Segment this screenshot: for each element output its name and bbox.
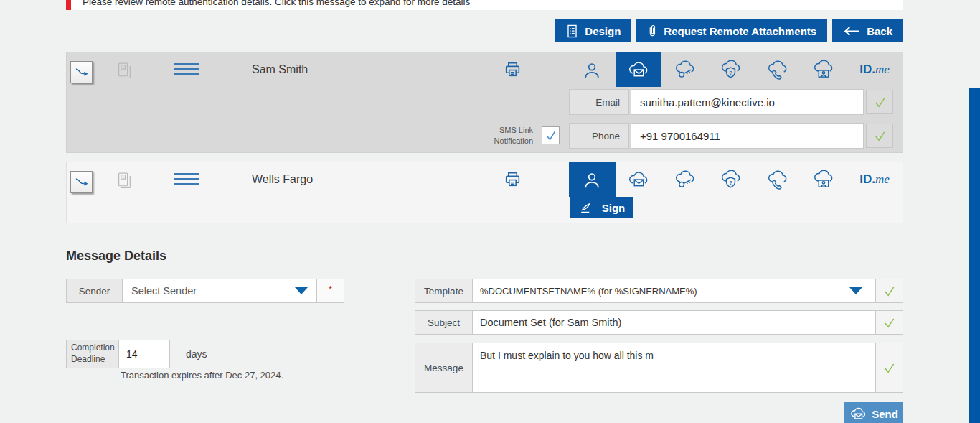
template-select-dropdown[interactable]: %DOCUMENTSETNAME% (for %SIGNERNAME%) xyxy=(473,279,875,302)
template-select-value: %DOCUMENTSETNAME% (for %SIGNERNAME%) xyxy=(480,286,697,297)
phone-row: SMS Link Notification Phone xyxy=(67,123,903,149)
merge-order-button[interactable] xyxy=(70,61,93,83)
sender-required-marker: * xyxy=(316,279,344,302)
chevron-down-icon xyxy=(295,287,308,294)
subject-label: Subject xyxy=(415,311,473,334)
completion-deadline-input[interactable] xyxy=(118,340,170,368)
auth-phone-icon[interactable] xyxy=(754,162,801,197)
checkmark-icon xyxy=(882,361,896,375)
alert-banner[interactable]: Please review remote authentication deta… xyxy=(66,0,903,10)
sender-field-row: Sender Select Sender * xyxy=(66,279,344,303)
message-textarea[interactable]: But I must explain to you how all this m xyxy=(473,343,875,392)
reorder-menu-icon[interactable] xyxy=(174,63,199,79)
signer-card-wells-fargo: 1 Wells Fargo xyxy=(66,162,903,223)
auth-idme-logo[interactable]: ID.me xyxy=(847,52,903,87)
top-action-bar: Design Request Remote Attachments Back xyxy=(66,19,903,42)
svg-text:1: 1 xyxy=(122,175,125,180)
auth-remote-email-icon[interactable] xyxy=(616,52,662,87)
auth-phone-icon[interactable] xyxy=(754,52,801,87)
message-valid-check xyxy=(875,343,903,392)
merge-order-button[interactable] xyxy=(70,171,93,193)
phone-input[interactable] xyxy=(631,123,864,149)
back-button-label: Back xyxy=(867,25,892,37)
phone-label: Phone xyxy=(569,123,629,149)
subject-field-row: Subject xyxy=(415,310,903,335)
sender-select-value: Select Sender xyxy=(131,285,197,297)
design-document-icon xyxy=(566,24,578,39)
print-icon[interactable] xyxy=(503,169,522,189)
svg-text:?: ? xyxy=(729,69,732,75)
auth-video-id-icon[interactable] xyxy=(801,162,847,197)
design-button-label: Design xyxy=(585,25,621,37)
sign-button[interactable]: Sign xyxy=(570,197,633,218)
template-field-row: Template %DOCUMENTSETNAME% (for %SIGNERN… xyxy=(415,279,903,303)
auth-access-code-icon[interactable] xyxy=(661,162,708,197)
page: Please review remote authentication deta… xyxy=(0,0,980,423)
sign-button-label: Sign xyxy=(602,202,626,214)
alert-accent-bar xyxy=(66,0,71,10)
document-count-icon[interactable]: 1 xyxy=(116,169,133,190)
quill-pen-icon xyxy=(579,201,596,215)
request-remote-attachments-label: Request Remote Attachments xyxy=(664,25,816,37)
signer-card-sam-smith: 1 Sam Smith xyxy=(66,52,903,153)
signer-name: Wells Fargo xyxy=(252,162,313,197)
auth-security-question-icon[interactable]: ? xyxy=(708,162,755,197)
signer-name: Sam Smith xyxy=(252,52,308,87)
svg-text:1: 1 xyxy=(122,65,125,70)
auth-security-question-icon[interactable]: ? xyxy=(708,52,755,87)
completion-deadline-label: Completion Deadline xyxy=(66,340,119,368)
scrollbar-track[interactable] xyxy=(969,88,980,423)
sms-link-notification-checkbox[interactable] xyxy=(542,126,560,144)
checkmark-icon xyxy=(882,284,896,298)
message-details-title: Message Details xyxy=(66,248,166,264)
sms-link-notification-label: SMS Link Notification xyxy=(479,125,533,147)
reorder-menu-icon[interactable] xyxy=(174,173,199,189)
print-icon[interactable] xyxy=(503,60,522,79)
svg-text:?: ? xyxy=(729,179,732,185)
idme-logo-bold: ID. xyxy=(859,62,875,77)
subject-valid-check xyxy=(875,311,903,334)
template-label: Template xyxy=(415,279,473,302)
checkmark-icon xyxy=(873,96,887,109)
paperclip-icon xyxy=(647,22,657,39)
auth-inperson-icon[interactable] xyxy=(569,52,616,87)
message-field-row: Message But I must explain to you how al… xyxy=(415,343,903,393)
auth-access-code-icon[interactable] xyxy=(661,52,708,87)
checkmark-icon xyxy=(882,316,896,330)
email-valid-check xyxy=(866,90,893,114)
checkbox-check-icon xyxy=(545,129,557,142)
subject-input[interactable] xyxy=(473,311,875,334)
design-button[interactable]: Design xyxy=(555,19,631,42)
send-button-label: Send xyxy=(872,408,898,420)
completion-deadline-row: Completion Deadline days xyxy=(66,340,207,368)
sender-select-dropdown[interactable]: Select Sender xyxy=(123,279,316,302)
back-button[interactable]: Back xyxy=(832,19,903,42)
document-count-icon[interactable]: 1 xyxy=(116,59,133,80)
auth-inperson-icon[interactable] xyxy=(569,162,616,197)
email-label: Email xyxy=(569,89,629,115)
request-remote-attachments-button[interactable]: Request Remote Attachments xyxy=(636,19,827,42)
transaction-expiry-note: Transaction expires after Dec 27, 2024. xyxy=(121,370,283,381)
idme-logo-italic: me xyxy=(875,62,890,77)
email-input[interactable] xyxy=(631,89,864,115)
back-arrow-icon xyxy=(843,26,860,37)
sender-label: Sender xyxy=(67,279,123,302)
checkmark-icon xyxy=(873,129,887,143)
deadline-unit-label: days xyxy=(186,348,207,360)
idme-logo-italic: me xyxy=(875,172,890,187)
auth-method-toolbar: ? I xyxy=(569,52,903,87)
send-button[interactable]: Send xyxy=(844,402,903,423)
auth-video-id-icon[interactable] xyxy=(801,52,847,87)
message-label: Message xyxy=(415,343,473,392)
phone-valid-check xyxy=(866,124,893,148)
idme-logo-bold: ID. xyxy=(859,172,875,187)
template-valid-check xyxy=(875,279,903,302)
signer-row: 1 Wells Fargo xyxy=(67,162,903,197)
send-cloud-mail-icon xyxy=(849,406,867,422)
alert-message: Please review remote authentication deta… xyxy=(83,0,470,9)
auth-method-toolbar: ? I xyxy=(569,162,903,197)
auth-idme-logo[interactable]: ID.me xyxy=(847,162,903,197)
chevron-down-icon xyxy=(849,287,862,294)
auth-remote-email-icon[interactable] xyxy=(616,162,662,197)
signer-row: 1 Sam Smith xyxy=(67,52,903,87)
